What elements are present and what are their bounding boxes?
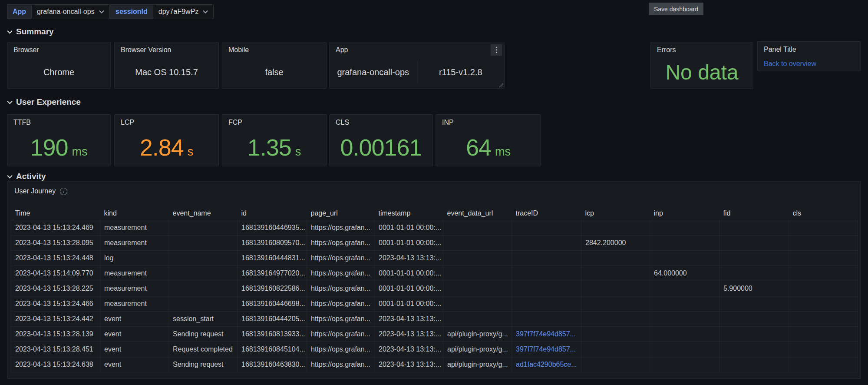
column-header-Time[interactable]: Time xyxy=(11,207,100,220)
cell-event_name xyxy=(169,250,238,266)
panel-mobile: Mobile false xyxy=(222,42,327,89)
app-version-value: r115-v1.2.8 xyxy=(417,67,505,77)
panel-mobile-title: Mobile xyxy=(222,42,326,58)
cell-Time: 2023-04-13 15:13:24.448 xyxy=(11,250,100,266)
cell-inp xyxy=(650,296,719,311)
panel-errors: Errors No data xyxy=(650,42,753,89)
column-header-kind[interactable]: kind xyxy=(100,207,169,220)
cell-inp xyxy=(650,326,719,342)
cell-event_data_url: api/plugin-proxy/g... xyxy=(443,342,512,357)
column-header-event_data_url[interactable]: event_data_url xyxy=(443,207,512,220)
cell-id: 168139160813933... xyxy=(238,326,307,342)
variable-sessionid-value: dpy7aF9wPz xyxy=(158,8,199,16)
chevron-down-icon xyxy=(203,10,208,13)
variable-app-select[interactable]: grafana-oncall-ops xyxy=(31,4,110,19)
cell-kind: measurement xyxy=(100,266,169,281)
cell-fid xyxy=(719,250,789,266)
section-summary-title: Summary xyxy=(16,27,54,37)
cell-Time: 2023-04-13 15:13:28.451 xyxy=(11,342,100,357)
variable-app-value: grafana-oncall-ops xyxy=(37,8,95,16)
column-header-timestamp[interactable]: timestamp xyxy=(375,207,443,220)
section-activity[interactable]: Activity xyxy=(7,172,46,181)
cell-kind: log xyxy=(100,250,169,266)
trace-id-link[interactable]: 397f7f74e94d857... xyxy=(516,330,576,338)
cell-page_url: https://ops.grafan... xyxy=(307,311,375,326)
panel-cls-title: CLS xyxy=(330,115,432,130)
column-header-lcp[interactable]: lcp xyxy=(581,207,650,220)
browser-version-value: Mac OS 10.15.7 xyxy=(135,67,198,77)
cell-traceID[interactable]: ad1fac4290b65ce... xyxy=(512,357,581,372)
cell-traceID xyxy=(512,281,581,296)
collapse-chevron-icon xyxy=(7,100,13,104)
cell-fid: 5.900000 xyxy=(719,281,789,296)
cell-inp xyxy=(650,235,719,250)
inp-stat: 64 ms xyxy=(466,134,511,161)
panel-menu-icon[interactable]: ⋮ xyxy=(491,44,502,56)
section-activity-title: Activity xyxy=(16,172,46,181)
cell-timestamp: 0001-01-01 00:00:... xyxy=(375,235,443,250)
cell-Time: 2023-04-13 15:13:24.638 xyxy=(11,357,100,372)
app-name-value: grafana-oncall-ops xyxy=(330,67,417,77)
cell-timestamp: 0001-01-01 00:00:... xyxy=(375,281,443,296)
column-header-id[interactable]: id xyxy=(238,207,307,220)
panel-ttfb: TTFB 190 ms xyxy=(7,114,111,166)
cell-page_url: https://ops.grafan... xyxy=(307,281,375,296)
cell-cls xyxy=(789,296,858,311)
cell-id: 168139160446698... xyxy=(238,296,307,311)
column-header-inp[interactable]: inp xyxy=(650,207,719,220)
trace-id-link[interactable]: ad1fac4290b65ce... xyxy=(516,361,577,368)
cell-lcp xyxy=(581,342,650,357)
panel-lcp: LCP 2.84 s xyxy=(114,114,219,166)
cell-Time: 2023-04-13 15:13:28.139 xyxy=(11,326,100,342)
panel-app: App ⋮ grafana-oncall-ops r115-v1.2.8 xyxy=(329,42,505,89)
panel-errors-title: Errors xyxy=(651,42,753,58)
panel-inp-title: INP xyxy=(436,115,541,130)
cell-event_name xyxy=(169,296,238,311)
column-header-traceID[interactable]: traceID xyxy=(512,207,581,220)
table-row: 2023-04-13 15:14:09.770measurement168139… xyxy=(11,266,858,281)
cell-lcp xyxy=(581,250,650,266)
table-row: 2023-04-13 15:13:28.451eventRequest comp… xyxy=(11,342,858,357)
column-header-cls[interactable]: cls xyxy=(789,207,858,220)
cell-lcp xyxy=(581,326,650,342)
trace-id-link[interactable]: 397f7f74e94d857... xyxy=(516,345,576,353)
fcp-value: 1.35 xyxy=(248,134,291,161)
column-header-page_url[interactable]: page_url xyxy=(307,207,375,220)
column-header-event_name[interactable]: event_name xyxy=(169,207,238,220)
mobile-value: false xyxy=(265,67,283,77)
info-icon[interactable]: i xyxy=(60,188,67,195)
cell-traceID xyxy=(512,296,581,311)
cell-traceID xyxy=(512,250,581,266)
column-header-fid[interactable]: fid xyxy=(719,207,789,220)
cell-cls xyxy=(789,311,858,326)
cls-stat: 0.00161 xyxy=(340,134,422,161)
variable-sessionid-select[interactable]: dpy7aF9wPz xyxy=(153,4,214,19)
cell-fid xyxy=(719,311,789,326)
save-dashboard-button[interactable]: Save dashboard xyxy=(649,3,703,15)
back-to-overview-link[interactable]: Back to overview xyxy=(764,60,816,68)
cell-page_url: https://ops.grafan... xyxy=(307,296,375,311)
cell-cls xyxy=(789,266,858,281)
cell-kind: event xyxy=(100,342,169,357)
cell-fid xyxy=(719,326,789,342)
cell-timestamp: 2023-04-13 13:13:... xyxy=(375,342,443,357)
cell-kind: measurement xyxy=(100,220,169,235)
table-row: 2023-04-13 15:13:28.225measurement168139… xyxy=(11,281,858,296)
cell-page_url: https://ops.grafan... xyxy=(307,357,375,372)
cell-lcp xyxy=(581,220,650,235)
inp-value: 64 xyxy=(466,134,491,161)
cell-traceID[interactable]: 397f7f74e94d857... xyxy=(512,342,581,357)
variable-sessionid: sessionId dpy7aF9wPz xyxy=(110,4,214,19)
section-summary[interactable]: Summary xyxy=(7,27,54,37)
cell-timestamp: 0001-01-01 00:00:... xyxy=(375,266,443,281)
cell-id: 168139160845104... xyxy=(238,342,307,357)
panel-fcp-title: FCP xyxy=(222,115,326,130)
section-user-experience[interactable]: User Experience xyxy=(7,97,81,107)
cell-traceID[interactable]: 397f7f74e94d857... xyxy=(512,326,581,342)
cell-kind: event xyxy=(100,326,169,342)
panel-resize-handle[interactable] xyxy=(499,83,503,87)
collapse-chevron-icon xyxy=(7,30,13,34)
cell-event_name: Request completed xyxy=(169,342,238,357)
chevron-down-icon xyxy=(99,10,104,13)
cell-fid xyxy=(719,342,789,357)
